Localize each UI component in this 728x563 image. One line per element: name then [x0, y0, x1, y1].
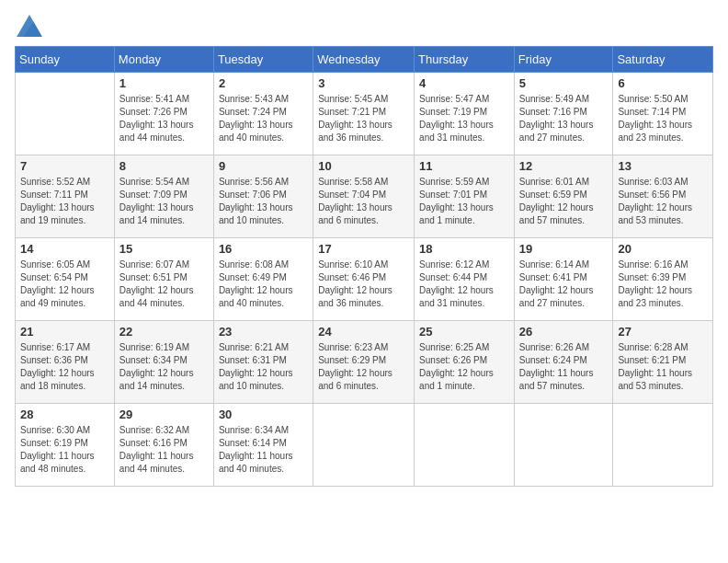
calendar-cell: 26Sunrise: 6:26 AMSunset: 6:24 PMDayligh…	[514, 321, 613, 404]
calendar-cell: 4Sunrise: 5:47 AMSunset: 7:19 PMDaylight…	[415, 73, 515, 155]
calendar-cell	[16, 73, 115, 155]
day-number: 20	[618, 242, 708, 256]
day-info: Sunrise: 6:16 AMSunset: 6:39 PMDaylight:…	[618, 259, 708, 310]
day-number: 22	[119, 325, 209, 339]
day-info: Sunrise: 6:19 AMSunset: 6:34 PMDaylight:…	[119, 341, 209, 393]
day-info: Sunrise: 6:05 AMSunset: 6:54 PMDaylight:…	[20, 259, 109, 310]
calendar-cell: 7Sunrise: 5:52 AMSunset: 7:11 PMDaylight…	[16, 155, 115, 238]
day-number: 6	[618, 76, 708, 90]
day-number: 28	[20, 408, 109, 421]
day-number: 7	[20, 159, 109, 173]
day-number: 30	[219, 408, 308, 421]
day-info: Sunrise: 5:41 AMSunset: 7:26 PMDaylight:…	[119, 93, 209, 144]
calendar-cell: 3Sunrise: 5:45 AMSunset: 7:21 PMDaylight…	[313, 73, 415, 155]
day-info: Sunrise: 5:45 AMSunset: 7:21 PMDaylight:…	[318, 93, 409, 144]
page-header	[15, 15, 713, 37]
day-number: 12	[519, 159, 609, 173]
day-info: Sunrise: 6:26 AMSunset: 6:24 PMDaylight:…	[519, 341, 609, 393]
day-number: 23	[219, 325, 308, 339]
day-info: Sunrise: 6:08 AMSunset: 6:49 PMDaylight:…	[219, 259, 308, 310]
day-number: 21	[20, 325, 109, 339]
column-header-monday: Monday	[114, 47, 213, 73]
calendar-cell: 17Sunrise: 6:10 AMSunset: 6:46 PMDayligh…	[313, 238, 415, 321]
calendar-cell: 29Sunrise: 6:32 AMSunset: 6:16 PMDayligh…	[114, 404, 213, 487]
day-number: 14	[20, 242, 109, 256]
day-info: Sunrise: 6:10 AMSunset: 6:46 PMDaylight:…	[318, 259, 409, 310]
calendar-week-row: 1Sunrise: 5:41 AMSunset: 7:26 PMDaylight…	[16, 73, 713, 155]
day-number: 5	[519, 76, 609, 90]
column-header-tuesday: Tuesday	[213, 47, 313, 73]
day-info: Sunrise: 6:25 AMSunset: 6:26 PMDaylight:…	[419, 341, 509, 393]
day-info: Sunrise: 5:49 AMSunset: 7:16 PMDaylight:…	[519, 93, 609, 144]
day-number: 4	[419, 76, 509, 90]
day-number: 27	[618, 325, 708, 339]
day-info: Sunrise: 5:52 AMSunset: 7:11 PMDaylight:…	[20, 176, 109, 227]
day-number: 2	[219, 76, 308, 90]
calendar-cell: 1Sunrise: 5:41 AMSunset: 7:26 PMDaylight…	[114, 73, 213, 155]
day-number: 29	[119, 408, 209, 421]
day-info: Sunrise: 6:07 AMSunset: 6:51 PMDaylight:…	[119, 259, 209, 310]
calendar-cell: 24Sunrise: 6:23 AMSunset: 6:29 PMDayligh…	[313, 321, 415, 404]
calendar-cell: 9Sunrise: 5:56 AMSunset: 7:06 PMDaylight…	[213, 155, 313, 238]
day-number: 15	[119, 242, 209, 256]
day-info: Sunrise: 5:43 AMSunset: 7:24 PMDaylight:…	[219, 93, 308, 144]
calendar-week-row: 14Sunrise: 6:05 AMSunset: 6:54 PMDayligh…	[16, 238, 713, 321]
calendar-cell: 22Sunrise: 6:19 AMSunset: 6:34 PMDayligh…	[114, 321, 213, 404]
calendar-cell: 25Sunrise: 6:25 AMSunset: 6:26 PMDayligh…	[415, 321, 515, 404]
calendar-cell: 11Sunrise: 5:59 AMSunset: 7:01 PMDayligh…	[415, 155, 515, 238]
day-info: Sunrise: 6:12 AMSunset: 6:44 PMDaylight:…	[419, 259, 509, 310]
day-number: 1	[119, 76, 209, 90]
logo	[15, 15, 42, 37]
logo-icon	[17, 15, 42, 37]
day-info: Sunrise: 6:17 AMSunset: 6:36 PMDaylight:…	[20, 341, 109, 393]
day-number: 17	[318, 242, 409, 256]
day-info: Sunrise: 6:23 AMSunset: 6:29 PMDaylight:…	[318, 341, 409, 393]
calendar-cell: 19Sunrise: 6:14 AMSunset: 6:41 PMDayligh…	[514, 238, 613, 321]
day-number: 26	[519, 325, 609, 339]
day-number: 19	[519, 242, 609, 256]
day-info: Sunrise: 6:34 AMSunset: 6:14 PMDaylight:…	[219, 424, 308, 476]
column-header-saturday: Saturday	[613, 47, 713, 73]
calendar-cell: 5Sunrise: 5:49 AMSunset: 7:16 PMDaylight…	[514, 73, 613, 155]
day-number: 24	[318, 325, 409, 339]
column-header-thursday: Thursday	[415, 47, 515, 73]
calendar-cell: 28Sunrise: 6:30 AMSunset: 6:19 PMDayligh…	[16, 404, 115, 487]
calendar-week-row: 7Sunrise: 5:52 AMSunset: 7:11 PMDaylight…	[16, 155, 713, 238]
calendar-cell: 10Sunrise: 5:58 AMSunset: 7:04 PMDayligh…	[313, 155, 415, 238]
calendar-cell: 23Sunrise: 6:21 AMSunset: 6:31 PMDayligh…	[213, 321, 313, 404]
calendar-cell: 8Sunrise: 5:54 AMSunset: 7:09 PMDaylight…	[114, 155, 213, 238]
calendar-header-row: SundayMondayTuesdayWednesdayThursdayFrid…	[16, 47, 713, 73]
calendar-cell: 15Sunrise: 6:07 AMSunset: 6:51 PMDayligh…	[114, 238, 213, 321]
day-info: Sunrise: 5:58 AMSunset: 7:04 PMDaylight:…	[318, 176, 409, 227]
day-number: 10	[318, 159, 409, 173]
calendar-cell	[613, 404, 713, 487]
calendar-cell	[313, 404, 415, 487]
calendar-cell: 12Sunrise: 6:01 AMSunset: 6:59 PMDayligh…	[514, 155, 613, 238]
column-header-friday: Friday	[514, 47, 613, 73]
day-info: Sunrise: 5:50 AMSunset: 7:14 PMDaylight:…	[618, 93, 708, 144]
calendar-cell: 30Sunrise: 6:34 AMSunset: 6:14 PMDayligh…	[213, 404, 313, 487]
day-number: 9	[219, 159, 308, 173]
column-header-sunday: Sunday	[16, 47, 115, 73]
day-number: 18	[419, 242, 509, 256]
calendar-cell: 27Sunrise: 6:28 AMSunset: 6:21 PMDayligh…	[613, 321, 713, 404]
column-header-wednesday: Wednesday	[313, 47, 415, 73]
day-number: 25	[419, 325, 509, 339]
day-number: 8	[119, 159, 209, 173]
day-number: 13	[618, 159, 708, 173]
calendar-cell: 14Sunrise: 6:05 AMSunset: 6:54 PMDayligh…	[16, 238, 115, 321]
day-info: Sunrise: 6:32 AMSunset: 6:16 PMDaylight:…	[119, 424, 209, 476]
day-info: Sunrise: 6:30 AMSunset: 6:19 PMDaylight:…	[20, 424, 109, 476]
calendar-cell: 6Sunrise: 5:50 AMSunset: 7:14 PMDaylight…	[613, 73, 713, 155]
day-info: Sunrise: 5:59 AMSunset: 7:01 PMDaylight:…	[419, 176, 509, 227]
calendar-cell	[514, 404, 613, 487]
calendar-cell: 21Sunrise: 6:17 AMSunset: 6:36 PMDayligh…	[16, 321, 115, 404]
calendar-cell: 18Sunrise: 6:12 AMSunset: 6:44 PMDayligh…	[415, 238, 515, 321]
day-info: Sunrise: 5:56 AMSunset: 7:06 PMDaylight:…	[219, 176, 308, 227]
calendar-cell: 2Sunrise: 5:43 AMSunset: 7:24 PMDaylight…	[213, 73, 313, 155]
day-info: Sunrise: 6:21 AMSunset: 6:31 PMDaylight:…	[219, 341, 308, 393]
day-info: Sunrise: 6:01 AMSunset: 6:59 PMDaylight:…	[519, 176, 609, 227]
day-number: 16	[219, 242, 308, 256]
calendar-week-row: 28Sunrise: 6:30 AMSunset: 6:19 PMDayligh…	[16, 404, 713, 487]
calendar-week-row: 21Sunrise: 6:17 AMSunset: 6:36 PMDayligh…	[16, 321, 713, 404]
